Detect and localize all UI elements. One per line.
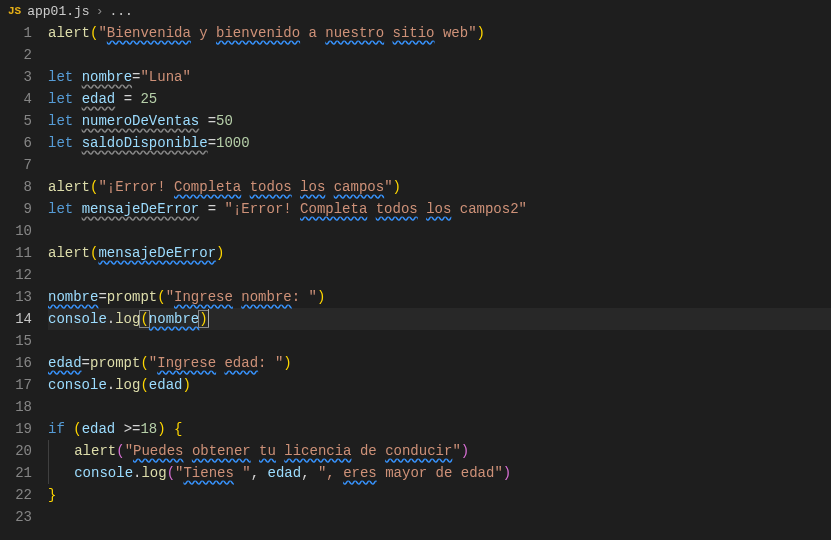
- code-editor[interactable]: 1234567891011121314151617181920212223 al…: [0, 22, 831, 540]
- chevron-right-icon: ›: [96, 4, 104, 19]
- line-number: 17: [0, 374, 32, 396]
- code-line[interactable]: [48, 330, 831, 352]
- line-number: 10: [0, 220, 32, 242]
- breadcrumb-bar[interactable]: JS app01.js › ...: [0, 0, 831, 22]
- tab-filename[interactable]: app01.js: [27, 4, 89, 19]
- line-number: 3: [0, 66, 32, 88]
- code-line[interactable]: let mensajeDeError = "¡Error! Completa t…: [48, 198, 831, 220]
- code-area[interactable]: alert("Bienvenida y bienvenido a nuestro…: [48, 22, 831, 540]
- code-line[interactable]: console.log("Tienes ", edad, ", eres may…: [48, 462, 831, 484]
- code-line[interactable]: let nombre="Luna": [48, 66, 831, 88]
- code-line[interactable]: [48, 154, 831, 176]
- code-line[interactable]: console.log(edad): [48, 374, 831, 396]
- line-number: 14: [0, 308, 32, 330]
- code-line[interactable]: [48, 264, 831, 286]
- line-number: 18: [0, 396, 32, 418]
- line-number: 15: [0, 330, 32, 352]
- line-number: 13: [0, 286, 32, 308]
- line-number-gutter: 1234567891011121314151617181920212223: [0, 22, 48, 540]
- line-number: 1: [0, 22, 32, 44]
- line-number: 9: [0, 198, 32, 220]
- code-line-active[interactable]: console.log(nombre): [48, 308, 831, 330]
- code-line[interactable]: [48, 44, 831, 66]
- code-line[interactable]: let edad = 25: [48, 88, 831, 110]
- line-number: 8: [0, 176, 32, 198]
- breadcrumb-more[interactable]: ...: [109, 4, 132, 19]
- line-number: 2: [0, 44, 32, 66]
- line-number: 16: [0, 352, 32, 374]
- code-line[interactable]: [48, 396, 831, 418]
- code-line[interactable]: let saldoDisponible=1000: [48, 132, 831, 154]
- js-file-icon: JS: [8, 5, 21, 17]
- code-line[interactable]: alert("Puedes obtener tu licencia de con…: [48, 440, 831, 462]
- code-line[interactable]: alert(mensajeDeError): [48, 242, 831, 264]
- line-number: 6: [0, 132, 32, 154]
- code-line[interactable]: alert("Bienvenida y bienvenido a nuestro…: [48, 22, 831, 44]
- code-line[interactable]: nombre=prompt("Ingrese nombre: "): [48, 286, 831, 308]
- line-number: 4: [0, 88, 32, 110]
- code-line[interactable]: [48, 506, 831, 528]
- code-line[interactable]: edad=prompt("Ingrese edad: "): [48, 352, 831, 374]
- line-number: 11: [0, 242, 32, 264]
- line-number: 19: [0, 418, 32, 440]
- line-number: 22: [0, 484, 32, 506]
- code-line[interactable]: alert("¡Error! Completa todos los campos…: [48, 176, 831, 198]
- code-line[interactable]: [48, 220, 831, 242]
- code-line[interactable]: }: [48, 484, 831, 506]
- line-number: 20: [0, 440, 32, 462]
- code-line[interactable]: let numeroDeVentas =50: [48, 110, 831, 132]
- line-number: 21: [0, 462, 32, 484]
- line-number: 7: [0, 154, 32, 176]
- line-number: 5: [0, 110, 32, 132]
- line-number: 12: [0, 264, 32, 286]
- code-line[interactable]: if (edad >=18) {: [48, 418, 831, 440]
- line-number: 23: [0, 506, 32, 528]
- text-cursor: [208, 309, 209, 327]
